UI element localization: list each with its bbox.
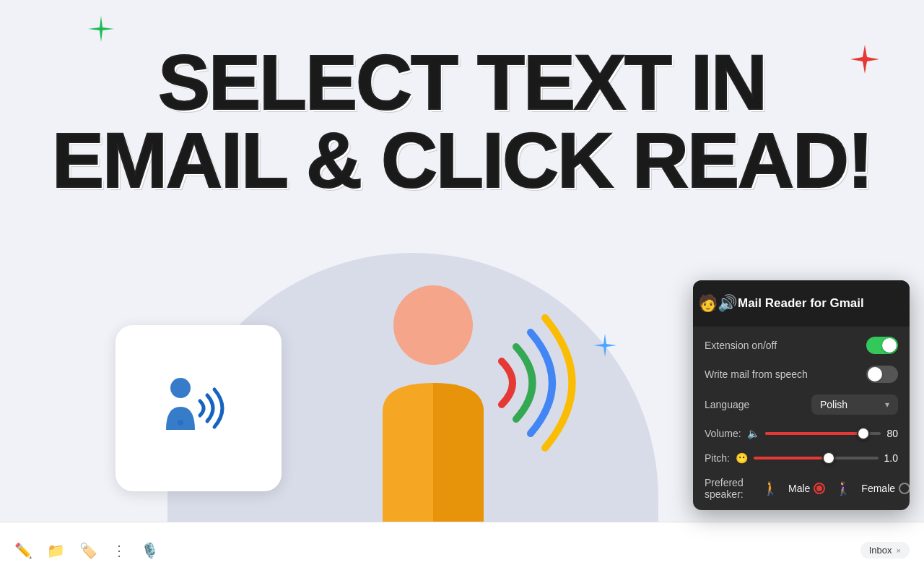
write-mail-label: Write mail from speech — [705, 368, 808, 380]
pitch-container: Pitch: 😶 1.0 — [705, 452, 898, 464]
language-dropdown[interactable]: Polish ▾ — [811, 394, 898, 415]
extension-onoff-toggle[interactable] — [866, 337, 898, 354]
more-icon[interactable]: ⋮ — [112, 542, 126, 559]
pitch-track[interactable] — [754, 457, 879, 460]
language-value: Polish — [820, 399, 847, 410]
voice-icon[interactable]: 🎙️ — [141, 542, 159, 559]
male-option[interactable]: Male — [788, 483, 825, 494]
person-illustration — [310, 253, 614, 542]
volume-thumb[interactable] — [857, 427, 870, 440]
volume-label: Volume: — [705, 428, 741, 439]
pitch-fill — [754, 457, 829, 460]
volume-fill — [765, 432, 864, 435]
hero-text: SELECT TEXT IN EMAIL & CLICK READ! — [0, 43, 924, 199]
pitch-value: 1.0 — [884, 452, 898, 464]
female-label: Female — [861, 483, 895, 494]
extension-toggle-row: Extension on/off — [705, 337, 898, 354]
extension-logo-icon: 🧑‍🔊 — [705, 290, 731, 316]
male-person-icon: 🚶 — [762, 480, 778, 496]
pitch-icon: 😶 — [736, 452, 748, 464]
compose-icon[interactable]: ✏️ — [14, 542, 32, 559]
inbox-tab-label: Inbox — [869, 545, 892, 556]
speaker-row: Prefered speaker: 🚶 Male 🚶‍♀️ Female — [705, 477, 898, 500]
pitch-label: Pitch: — [705, 452, 730, 464]
female-person-icon: 🚶‍♀️ — [835, 480, 851, 496]
pitch-thumb[interactable] — [822, 452, 835, 465]
language-row: Language Polish ▾ — [705, 394, 898, 415]
extension-header: 🧑‍🔊 Mail Reader for Gmail — [693, 280, 910, 327]
volume-slider-row: Volume: 🔈 80 — [705, 428, 898, 439]
label-icon[interactable]: 🏷️ — [79, 542, 97, 559]
inbox-tab-close[interactable]: × — [897, 546, 901, 555]
extension-panel: 🧑‍🔊 Mail Reader for Gmail Extension on/o… — [693, 280, 910, 510]
folder-icon[interactable]: 📁 — [47, 542, 65, 559]
volume-container: Volume: 🔈 80 — [705, 428, 898, 439]
gmail-bar: ✏️ 📁 🏷️ ⋮ 🎙️ Inbox × — [0, 522, 924, 578]
female-option[interactable]: Female — [861, 483, 910, 494]
language-label: Language — [705, 399, 749, 410]
svg-point-0 — [170, 378, 191, 398]
gmail-icon-box — [116, 325, 282, 491]
male-label: Male — [788, 483, 810, 494]
extension-onoff-label: Extension on/off — [705, 340, 777, 351]
extension-body: Extension on/off Write mail from speech … — [693, 327, 910, 510]
svg-point-2 — [393, 285, 473, 365]
sparkle-green-icon — [87, 14, 116, 43]
speaker-label: Prefered speaker: — [705, 477, 755, 500]
pitch-slider-row: Pitch: 😶 1.0 — [705, 452, 898, 464]
volume-icon: 🔈 — [747, 428, 759, 439]
male-radio[interactable] — [814, 483, 825, 494]
volume-track[interactable] — [765, 432, 881, 435]
inbox-tab[interactable]: Inbox × — [860, 542, 910, 558]
svg-point-1 — [178, 420, 183, 426]
extension-title: Mail Reader for Gmail — [738, 296, 864, 311]
female-radio[interactable] — [899, 483, 910, 494]
write-mail-toggle[interactable] — [866, 366, 898, 383]
chevron-down-icon: ▾ — [885, 400, 889, 410]
write-mail-toggle-row: Write mail from speech — [705, 366, 898, 383]
volume-value: 80 — [886, 428, 898, 439]
